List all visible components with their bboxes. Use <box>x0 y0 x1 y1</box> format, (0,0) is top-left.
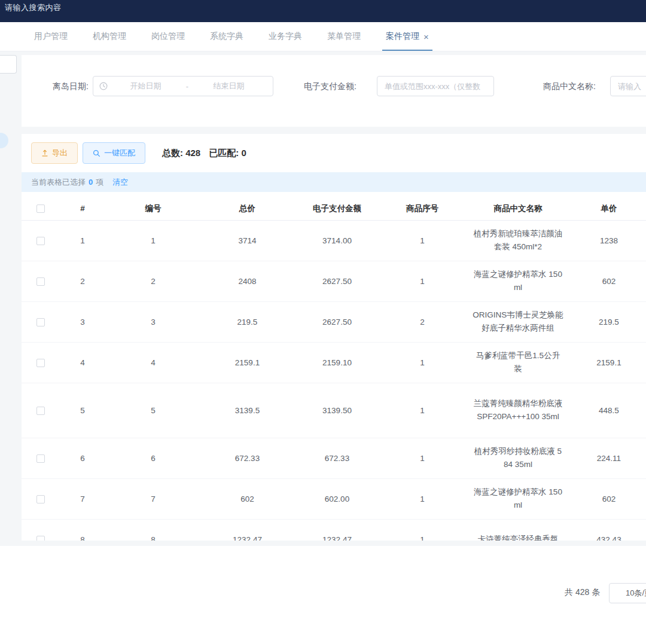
tab-bar: 用户管理 机构管理 岗位管理 系统字典 业务字典 菜单管理 案件管理 × <box>0 22 646 51</box>
export-button-label: 导出 <box>52 148 68 158</box>
export-button[interactable]: 导出 <box>31 142 78 164</box>
row-checkbox[interactable] <box>36 495 45 503</box>
cell-unit: 432.43 <box>572 519 646 541</box>
selection-count: 0 <box>89 178 93 187</box>
case-table-card: 导出 一键匹配 总数: 428 已匹配: 0 当 <box>22 134 646 541</box>
cell-total: 3139.5 <box>201 383 294 438</box>
cell-index: 5 <box>60 383 105 438</box>
page: 请输入搜索内容 用户管理 机构管理 岗位管理 系统字典 业务字典 菜单管理 案件… <box>0 0 646 644</box>
cell-product-name: 海蓝之谜修护精萃水 150ml <box>473 486 563 512</box>
filter-panel: 离岛日期: 开始日期 - 结束日期 电子支付金额: 商品中文名称: <box>22 55 646 127</box>
cell-product-name: 马爹利蓝带干邑1.5公升装 <box>473 349 563 376</box>
cell-seq: 1 <box>380 478 464 519</box>
cell-code: 2 <box>105 261 201 301</box>
cell-unit: 602 <box>572 261 646 301</box>
cell-seq: 1 <box>380 261 464 301</box>
pagination-total-text: 共 428 条 <box>565 587 600 598</box>
cell-total: 219.5 <box>201 301 294 342</box>
cell-seq: 1 <box>380 342 464 383</box>
row-checkbox[interactable] <box>36 454 45 463</box>
tab-label: 用户管理 <box>34 31 68 42</box>
total-count-value: 428 <box>185 148 200 158</box>
cell-unit: 1238 <box>572 220 646 261</box>
table-row: 7 7 602 602.00 1 海蓝之谜修护精萃水 150ml 602 <box>22 478 646 519</box>
cell-total: 2408 <box>201 261 294 301</box>
global-search-input[interactable]: 请输入搜索内容 <box>5 2 62 13</box>
row-checkbox[interactable] <box>36 407 45 415</box>
matched-count-value: 0 <box>241 148 246 158</box>
table-toolbar: 导出 一键匹配 总数: 428 已匹配: 0 <box>31 142 246 164</box>
top-navbar: 请输入搜索内容 <box>0 0 646 22</box>
cell-epay: 2159.10 <box>294 342 380 383</box>
payment-amount-input[interactable] <box>377 76 494 96</box>
cell-code: 4 <box>105 342 201 383</box>
date-range-picker[interactable]: 开始日期 - 结束日期 <box>93 76 273 96</box>
cell-index: 6 <box>60 438 105 478</box>
cell-unit: 2159.1 <box>572 342 646 383</box>
cell-code: 5 <box>105 383 201 438</box>
cell-total: 1232.47 <box>201 519 294 541</box>
cell-seq: 1 <box>380 519 464 541</box>
one-click-match-button[interactable]: 一键匹配 <box>83 142 145 164</box>
row-checkbox[interactable] <box>36 277 45 286</box>
close-icon[interactable]: × <box>423 32 429 41</box>
date-separator: - <box>184 82 191 91</box>
tab-user-mgmt[interactable]: 用户管理 <box>34 22 68 51</box>
tab-sys-dict[interactable]: 系统字典 <box>210 22 243 51</box>
matched-count: 已匹配: 0 <box>209 148 246 159</box>
tab-post-mgmt[interactable]: 岗位管理 <box>151 22 185 51</box>
cell-unit: 448.5 <box>572 383 646 438</box>
page-size-select[interactable]: 10条/页 <box>609 583 646 603</box>
header-total-price: 总价 <box>201 197 294 220</box>
row-checkbox[interactable] <box>36 318 45 326</box>
product-name-filter-label: 商品中文名称: <box>543 81 596 92</box>
table-row-clipped: 8 8 1232.47 1232.47 1 卡诗菁纯亮泽经典香氛 432.43 <box>22 519 646 541</box>
cell-epay: 1232.47 <box>294 519 380 541</box>
cell-product-name: 海蓝之谜修护精萃水 150ml <box>473 268 563 294</box>
product-name-input[interactable] <box>610 76 646 96</box>
case-data-table: # 编号 总价 电子支付金额 商品序号 商品中文名称 单价 1 1 3714 3… <box>22 197 646 541</box>
cell-seq: 2 <box>380 301 464 342</box>
tab-label: 岗位管理 <box>151 31 185 42</box>
cell-epay: 2627.50 <box>294 261 380 301</box>
end-date-placeholder[interactable]: 结束日期 <box>191 81 267 91</box>
cell-total: 602 <box>201 478 294 519</box>
row-checkbox[interactable] <box>36 237 45 245</box>
tab-case-mgmt[interactable]: 案件管理 × <box>386 22 429 51</box>
selection-suffix: 项 <box>96 177 103 188</box>
cell-total: 2159.1 <box>201 342 294 383</box>
cell-index: 4 <box>60 342 105 383</box>
total-count: 总数: 428 <box>162 148 200 159</box>
tab-org-mgmt[interactable]: 机构管理 <box>93 22 126 51</box>
cell-epay: 672.33 <box>294 438 380 478</box>
cell-index: 7 <box>60 478 105 519</box>
header-select-all <box>22 197 60 220</box>
payment-filter-label: 电子支付金额: <box>304 81 356 92</box>
table-row: 3 3 219.5 2627.50 2 ORIGINS韦博士灵芝焕能好底子精华水… <box>22 301 646 342</box>
collapsed-panel-fragment <box>0 55 17 74</box>
header-unit-price: 单价 <box>572 197 646 220</box>
clear-selection-link[interactable]: 清空 <box>112 177 128 188</box>
clock-icon <box>99 82 108 90</box>
cell-epay: 602.00 <box>294 478 380 519</box>
tab-biz-dict[interactable]: 业务字典 <box>269 22 302 51</box>
cell-total: 672.33 <box>201 438 294 478</box>
row-checkbox[interactable] <box>36 359 45 367</box>
cell-code: 6 <box>105 438 201 478</box>
row-checkbox[interactable] <box>36 536 45 541</box>
tab-label: 机构管理 <box>93 31 126 42</box>
selection-info-bar: 当前表格已选择 0 项 清空 <box>22 172 646 192</box>
table-row: 1 1 3714 3714.00 1 植村秀新琥珀臻萃洁颜油套装 450ml*2… <box>22 220 646 261</box>
tab-menu-mgmt[interactable]: 菜单管理 <box>327 22 361 51</box>
cell-code: 3 <box>105 301 201 342</box>
cell-code: 7 <box>105 478 201 519</box>
header-epay-amount: 电子支付金额 <box>294 197 380 220</box>
start-date-placeholder[interactable]: 开始日期 <box>108 81 184 91</box>
select-all-checkbox[interactable] <box>36 205 45 213</box>
match-button-label: 一键匹配 <box>104 148 135 158</box>
cell-epay: 2627.50 <box>294 301 380 342</box>
cell-product-name: 植村秀新琥珀臻萃洁颜油套装 450ml*2 <box>473 227 563 254</box>
date-filter-label: 离岛日期: <box>53 81 89 92</box>
page-size-value: 10条/页 <box>626 588 646 599</box>
header-code: 编号 <box>105 197 201 220</box>
